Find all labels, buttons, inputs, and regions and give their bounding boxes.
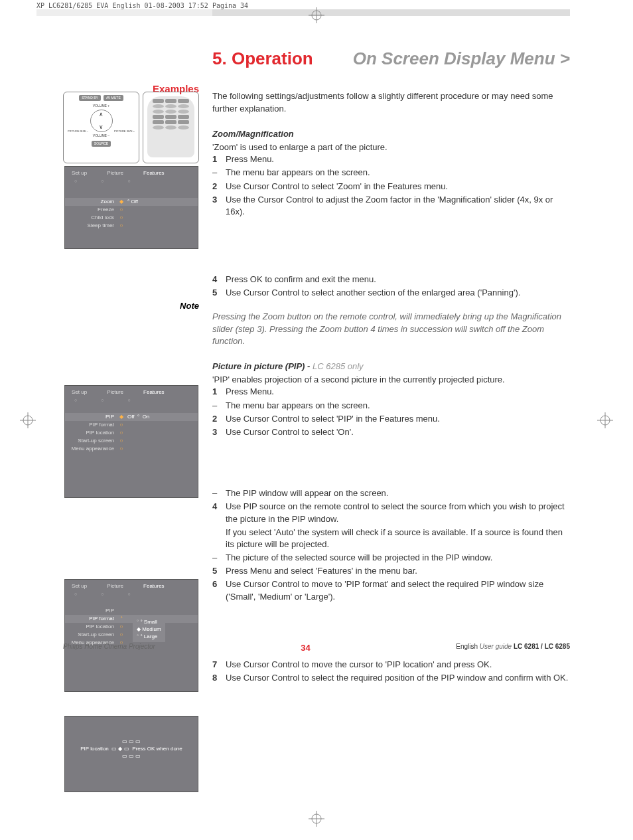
- osd-pip-format-screenshot: Set upPictureFeatures ○○○ PIP PIP format…: [64, 579, 198, 692]
- pip-desc: 'PIP' enables projection of a second pic…: [212, 374, 570, 386]
- note-body: Pressing the Zoom button on the remote c…: [212, 311, 570, 347]
- page-footer: Philips Home Cinema Projector 34 English…: [63, 642, 570, 654]
- pip-steps: 1Press Menu. –The menu bar appears on th…: [212, 386, 570, 438]
- pip-steps-cont: –The PIP window will appear on the scree…: [212, 487, 570, 603]
- footer-page-number: 34: [301, 642, 310, 654]
- pip-steps-cont2: 7Use Cursor Control to move the cursor t…: [212, 659, 570, 684]
- intro-paragraph: The following settings/adjustments follo…: [212, 90, 570, 114]
- illustration-remote: [143, 92, 199, 163]
- zoom-steps-cont: 4Press OK to confirm and exit the menu. …: [212, 274, 570, 299]
- pip-heading: Picture in picture (PIP) - LC 6285 only: [212, 361, 570, 373]
- chapter-number: 5. Operation: [212, 46, 313, 70]
- print-registration-bottom: [309, 811, 324, 827]
- osd-pip-location-screenshot: ▭ ▭ ▭ PIP location ▭ ◆ ▭ Press OK when d…: [64, 716, 198, 792]
- footer-right: English User guide LC 6281 / LC 6285: [456, 642, 570, 654]
- side-heading-note: Note: [63, 300, 199, 312]
- chapter-title: On Screen Display Menu >: [353, 46, 570, 70]
- illustration-control-panel: STAND BYAV MUTE VOLUME + PICTURE SIZE – …: [63, 92, 139, 163]
- footer-left: Philips Home Cinema Projector: [63, 642, 155, 654]
- zoom-heading: Zoom/Magnification: [212, 128, 570, 140]
- osd-pip-screenshot: Set upPictureFeatures ○○○ PIP◆Off ° On P…: [64, 385, 198, 498]
- pip-format-submenu: ° Small ◆ Medium ° Large: [133, 617, 165, 642]
- zoom-desc: 'Zoom' is used to enlarge a part of the …: [212, 141, 570, 153]
- zoom-steps: 1Press Menu. –The menu bar appears on th…: [212, 153, 570, 218]
- dpad-icon: [90, 110, 113, 132]
- chapter-header: 5. Operation On Screen Display Menu >: [212, 46, 570, 70]
- osd-zoom-screenshot: Set upPictureFeatures ○○○ Zoom◆° Off Fre…: [64, 166, 198, 249]
